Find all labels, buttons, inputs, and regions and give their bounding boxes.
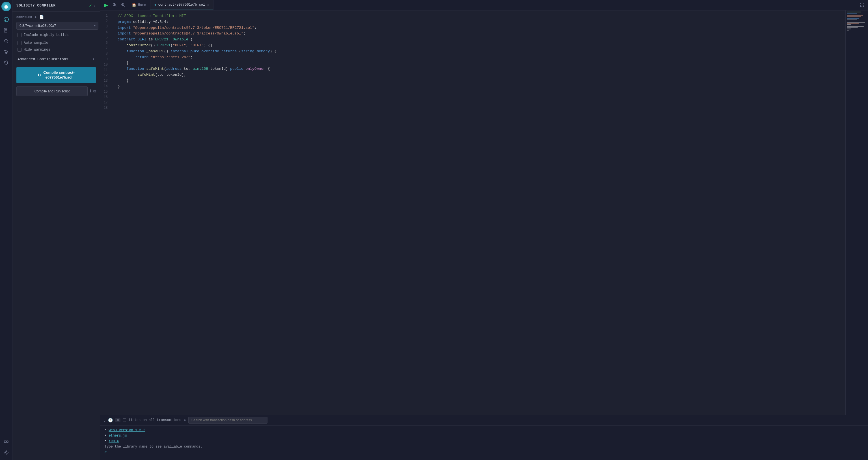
run-script-icons: ℹ ⧉ [90, 89, 96, 94]
svg-point-8 [4, 50, 6, 51]
editor-toolbar: ▶ 🏠 Home ◈ contract-e077561e7b.sol ✕ [100, 0, 868, 10]
check-icon: ✓ [89, 3, 92, 8]
bottom-panel: ⌄ 🕐 0 listen on all transactions ⌕ • web… [100, 415, 868, 460]
compiler-version-select[interactable]: 0.8.7+commit.e28d00a7 [17, 22, 98, 30]
line-numbers: 123456789101112131415161718 [100, 10, 113, 415]
tab-home-label: Home [138, 3, 146, 7]
sidebar-item-files[interactable] [1, 26, 11, 35]
listen-all-transactions-checkbox[interactable] [123, 419, 126, 422]
sidebar-item-search[interactable] [1, 36, 11, 46]
line-number: 9 [100, 57, 110, 62]
auto-compile-checkbox[interactable] [18, 41, 22, 45]
console-line: Type the library name to see available c… [104, 444, 864, 450]
console-link[interactable]: ethers.js [108, 434, 127, 438]
line-number: 8 [100, 51, 110, 57]
bottom-search-icon[interactable]: ⌕ [184, 418, 186, 423]
hide-warnings-checkbox[interactable] [18, 48, 22, 52]
minimap [845, 10, 868, 415]
line-number: 10 [100, 62, 110, 68]
compile-button-label: Compile contract-e077561e7b.sol [43, 70, 75, 80]
app-logo: ◉ [1, 2, 11, 11]
svg-line-13 [8, 61, 8, 62]
advanced-config-row[interactable]: Advanced Configurations › [17, 55, 96, 64]
compiler-panel: SOLIDITY COMPILER ✓ › COMPILER + 📄 0.8.7… [12, 0, 100, 460]
chevron-right-panel-icon[interactable]: › [94, 3, 96, 8]
svg-point-20 [5, 452, 7, 453]
panel-header: SOLIDITY COMPILER ✓ › [12, 0, 100, 11]
file-compiler-icon[interactable]: 📄 [39, 15, 44, 20]
panel-header-icons: ✓ › [89, 3, 96, 8]
code-line: function safeMint(address to, uint256 to… [118, 66, 841, 72]
svg-line-12 [4, 61, 5, 62]
compile-refresh-icon: ↻ [38, 73, 41, 78]
bottom-toolbar: ⌄ 🕐 0 listen on all transactions ⌕ [100, 415, 868, 426]
line-number: 14 [100, 84, 110, 89]
code-line: import "@openzeppelin/contracts@4.7.3/to… [118, 25, 841, 31]
line-number: 12 [100, 73, 110, 78]
line-number: 6 [100, 40, 110, 46]
compile-button[interactable]: ↻ Compile contract-e077561e7b.sol [17, 67, 96, 84]
nightly-builds-label: Include nightly builds [24, 33, 68, 37]
panel-title: SOLIDITY COMPILER [17, 4, 56, 8]
svg-point-11 [5, 61, 8, 64]
svg-rect-18 [6, 441, 8, 442]
sidebar-item-git[interactable] [1, 47, 11, 57]
transaction-count-badge: 0 [115, 418, 120, 422]
nightly-builds-row: Include nightly builds [17, 33, 96, 37]
line-number: 3 [100, 24, 110, 29]
run-script-copy-icon[interactable]: ⧉ [93, 89, 96, 94]
compiler-section-label: COMPILER + 📄 [17, 15, 96, 20]
code-line: } [118, 60, 841, 66]
line-number: 1 [100, 13, 110, 19]
code-content[interactable]: // SPDX-License-Identifier: MITpragma so… [113, 10, 845, 415]
line-number: 18 [100, 105, 110, 111]
console-prompt: > [104, 450, 864, 455]
sidebar-item-settings[interactable] [1, 448, 11, 457]
nightly-builds-checkbox[interactable] [18, 33, 22, 37]
line-number: 15 [100, 89, 110, 95]
expand-button[interactable] [858, 2, 866, 9]
code-line: } [118, 84, 841, 90]
console-link[interactable]: web3 version 1.5.2 [108, 428, 145, 432]
home-tab-icon: 🏠 [132, 3, 136, 7]
zoom-out-button[interactable] [119, 2, 127, 9]
svg-text:S: S [5, 19, 6, 22]
code-line: contract DEFI is ERC721, Ownable { [118, 37, 841, 43]
sidebar-item-debug[interactable] [1, 58, 11, 67]
tab-contract[interactable]: ◈ contract-e077561e7b.sol ✕ [150, 0, 214, 10]
line-number: 16 [100, 95, 110, 100]
icon-bar: ◉ S [0, 0, 12, 460]
line-number: 7 [100, 46, 110, 51]
run-script-button[interactable]: Compile and Run script [17, 86, 88, 96]
code-line: constructor() ERC721("DEFI", "DEFI") {} [118, 43, 841, 48]
line-number: 13 [100, 78, 110, 84]
line-number: 2 [100, 19, 110, 24]
run-script-info-icon[interactable]: ℹ [90, 89, 91, 94]
code-line: function _baseURI() internal pure overri… [118, 48, 841, 55]
run-script-row: Compile and Run script ℹ ⧉ [17, 86, 96, 96]
sidebar-item-compiler[interactable]: S [1, 15, 11, 24]
auto-compile-label: Auto compile [24, 41, 48, 45]
clock-icon[interactable]: 🕐 [108, 418, 113, 423]
code-line: pragma solidity ^0.8.4; [118, 19, 841, 25]
collapse-icon[interactable]: ⌄ [103, 418, 106, 423]
compiler-version-row: 0.8.7+commit.e28d00a7 ▾ [17, 22, 96, 30]
add-compiler-icon[interactable]: + [34, 15, 37, 20]
zoom-in-button[interactable] [111, 2, 118, 9]
svg-line-26 [124, 5, 125, 6]
advanced-config-chevron-icon: › [92, 57, 95, 61]
svg-rect-17 [4, 441, 6, 442]
code-line: return "https://defi.vn/"; [118, 55, 841, 61]
sidebar-item-plugin[interactable] [1, 437, 11, 447]
tab-home[interactable]: 🏠 Home [128, 0, 150, 10]
code-editor: 123456789101112131415161718 // SPDX-Lice… [100, 10, 868, 415]
hide-warnings-label: Hide warnings [24, 48, 50, 52]
minimap-content [846, 10, 868, 32]
transaction-search-input[interactable] [188, 417, 268, 424]
advanced-config-label: Advanced Configurations [18, 57, 68, 61]
console-link[interactable]: remix [108, 439, 119, 443]
main-editor-area: ▶ 🏠 Home ◈ contract-e077561e7b.sol ✕ [100, 0, 868, 460]
tab-contract-close-icon[interactable]: ✕ [207, 3, 209, 7]
run-button[interactable]: ▶ [102, 1, 110, 9]
svg-line-22 [115, 5, 116, 6]
